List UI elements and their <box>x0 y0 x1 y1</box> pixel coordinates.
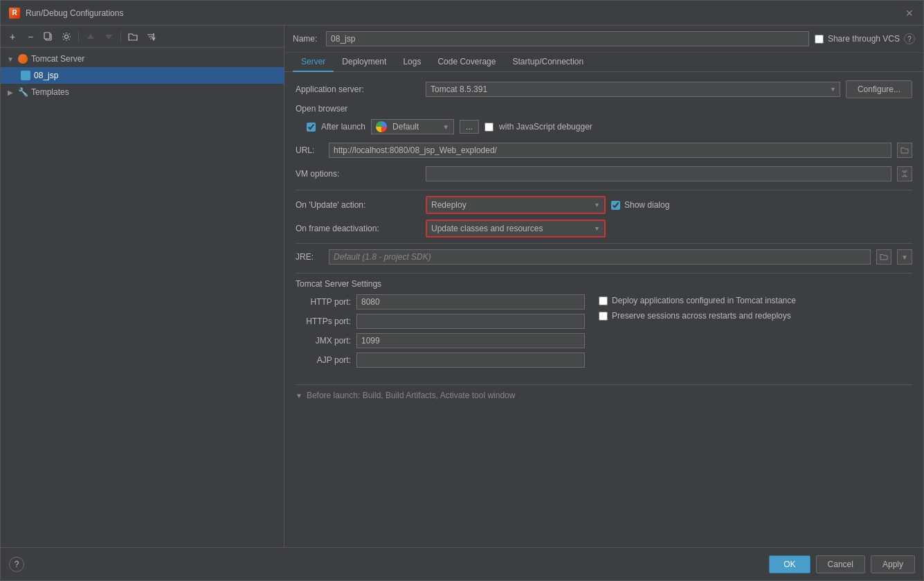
on-frame-row: On frame deactivation: Update classes an… <box>296 220 912 238</box>
copy-icon <box>44 32 53 42</box>
after-launch-row: After launch Default ▼ ... with JavaScri… <box>296 119 912 134</box>
tomcat-server-icon <box>17 53 28 64</box>
folder-button[interactable] <box>125 29 141 44</box>
tab-deployment[interactable]: Deployment <box>334 53 395 72</box>
right-panel: Name: Share through VCS ? Server Deploym… <box>284 26 923 547</box>
jre-dropdown-wrapper: ▼ <box>897 249 912 265</box>
ok-button[interactable]: OK <box>769 555 810 573</box>
url-folder-button[interactable] <box>897 143 912 158</box>
preserve-sessions-checkbox[interactable] <box>599 312 608 321</box>
show-dialog-checkbox[interactable] <box>611 201 620 210</box>
configure-button[interactable]: Configure... <box>846 80 912 98</box>
tab-logs[interactable]: Logs <box>395 53 429 72</box>
svg-point-2 <box>65 35 69 38</box>
tomcat-settings-section: Tomcat Server Settings HTTP port: HTTPs … <box>296 279 912 368</box>
tree-item-08jsp[interactable]: 08_jsp <box>1 67 284 84</box>
jre-label: JRE: <box>296 252 323 262</box>
name-input[interactable] <box>326 31 809 46</box>
browser-dropdown-arrow: ▼ <box>442 123 449 131</box>
vm-options-input[interactable] <box>426 166 891 181</box>
main-content: + − <box>1 26 923 547</box>
before-launch-label: Before launch: Build, Build Artifacts, A… <box>307 391 516 400</box>
preserve-sessions-label: Preserve sessions across restarts and re… <box>612 311 791 321</box>
divider-3 <box>296 273 912 274</box>
wrench-templates-icon: 🔧 <box>17 87 28 98</box>
http-port-label: HTTP port: <box>296 297 351 307</box>
toolbar: + − <box>1 26 284 48</box>
on-update-select[interactable]: Redeploy Update classes and resources Re… <box>427 197 604 213</box>
open-browser-label: Open browser <box>296 104 912 114</box>
app-icon: R <box>9 8 20 19</box>
on-frame-dropdown-wrapper: Update classes and resources Redeploy Re… <box>426 220 606 238</box>
remove-config-button[interactable]: − <box>23 29 38 44</box>
deploy-tomcat-checkbox[interactable] <box>599 296 608 305</box>
jre-input[interactable] <box>329 249 871 265</box>
dialog-title: Run/Debug Configurations <box>26 8 123 18</box>
cancel-button[interactable]: Cancel <box>816 555 865 573</box>
sort-icon <box>146 32 156 42</box>
ports-and-checkboxes: HTTP port: HTTPs port: JMX port: <box>296 294 912 368</box>
tree-group-tomcat[interactable]: ▼ Tomcat Server <box>1 51 284 67</box>
title-bar-left: R Run/Debug Configurations <box>9 8 123 19</box>
app-server-row: Application server: Tomcat 8.5.391 ▼ Con… <box>296 80 912 98</box>
http-port-input[interactable] <box>356 294 585 310</box>
on-frame-select[interactable]: Update classes and resources Redeploy Re… <box>427 221 604 236</box>
browser-dropdown[interactable]: Default ▼ <box>371 119 454 134</box>
tree-expand-arrow: ▼ <box>6 55 15 63</box>
close-button[interactable]: ✕ <box>904 8 915 19</box>
jre-folder-icon <box>880 253 888 261</box>
browser-label: Default <box>392 122 419 132</box>
name-row: Name: Share through VCS ? <box>284 26 923 53</box>
sort-button[interactable] <box>143 29 158 44</box>
after-launch-checkbox[interactable] <box>307 123 316 132</box>
js-debugger-label: with JavaScript debugger <box>499 122 592 132</box>
jmx-port-input[interactable] <box>356 333 585 348</box>
share-vcs-checkbox[interactable] <box>815 35 824 44</box>
apply-button[interactable]: Apply <box>871 555 915 573</box>
tab-startup[interactable]: Startup/Connection <box>504 53 592 72</box>
on-update-row: On 'Update' action: Redeploy Update clas… <box>296 196 912 214</box>
tab-server[interactable]: Server <box>293 53 334 72</box>
on-update-label: On 'Update' action: <box>296 200 420 210</box>
move-up-button[interactable] <box>83 29 98 44</box>
ajp-port-label: AJP port: <box>296 355 351 365</box>
divider-1 <box>296 190 912 190</box>
settings-button[interactable] <box>59 29 74 44</box>
jre-row: JRE: ▼ <box>296 249 912 265</box>
config-tree[interactable]: ▼ Tomcat Server 08_jsp ▶ <box>1 48 284 547</box>
js-debugger-checkbox[interactable] <box>484 123 493 132</box>
before-launch-section: ▼ Before launch: Build, Build Artifacts,… <box>296 384 912 400</box>
add-config-button[interactable]: + <box>5 29 20 44</box>
help-button[interactable]: ? <box>9 557 24 572</box>
jmx-port-label: JMX port: <box>296 336 351 346</box>
show-dialog-row: Show dialog <box>611 200 669 210</box>
vcs-help-button[interactable]: ? <box>904 33 915 44</box>
tomcat-settings-label: Tomcat Server Settings <box>296 279 912 289</box>
bottom-buttons: OK Cancel Apply <box>769 555 915 573</box>
show-dialog-label: Show dialog <box>624 200 669 210</box>
left-panel: + − <box>1 26 284 547</box>
deploy-tomcat-option: Deploy applications configured in Tomcat… <box>599 296 796 305</box>
copy-config-button[interactable] <box>41 29 56 44</box>
preserve-sessions-option: Preserve sessions across restarts and re… <box>599 311 796 321</box>
templates-label: Templates <box>31 87 69 97</box>
ajp-port-input[interactable] <box>356 352 585 368</box>
https-port-input[interactable] <box>356 314 585 329</box>
app-server-label: Application server: <box>296 84 420 94</box>
jre-select[interactable] <box>897 249 914 265</box>
tree-item-label-08jsp: 08_jsp <box>34 71 58 80</box>
browser-dots-button[interactable]: ... <box>460 120 479 134</box>
app-server-select[interactable]: Tomcat 8.5.391 <box>426 82 840 97</box>
tree-group-templates[interactable]: ▶ 🔧 Templates <box>1 84 284 100</box>
jre-folder-button[interactable] <box>876 249 891 265</box>
tomcat-server-label: Tomcat Server <box>31 54 84 64</box>
url-input[interactable] <box>329 143 891 158</box>
before-launch-row: ▼ Before launch: Build, Build Artifacts,… <box>296 391 912 400</box>
move-down-button[interactable] <box>101 29 116 44</box>
tab-code-coverage[interactable]: Code Coverage <box>429 53 504 72</box>
ports-left: HTTP port: HTTPs port: JMX port: <box>296 294 585 368</box>
title-bar: R Run/Debug Configurations ✕ <box>1 1 923 26</box>
share-vcs-label: Share through VCS <box>828 34 900 44</box>
jsp-config-icon <box>20 70 31 81</box>
vm-expand-button[interactable] <box>897 166 912 181</box>
